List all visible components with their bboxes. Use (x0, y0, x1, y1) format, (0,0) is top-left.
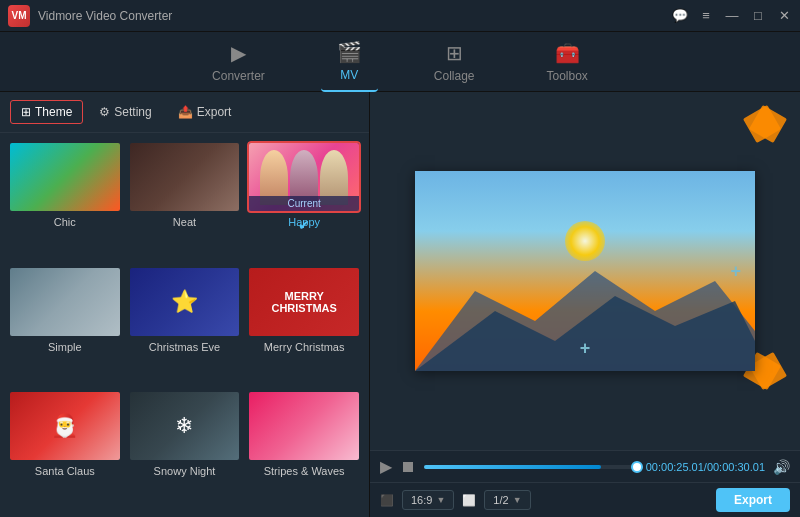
preview-frame: + + (415, 171, 755, 371)
aspect-ratio-icon: ⬛ (380, 494, 394, 507)
app-title: Vidmore Video Converter (38, 9, 172, 23)
tab-toolbox[interactable]: 🧰 Toolbox (531, 33, 604, 91)
subtab-export[interactable]: 📤 Export (168, 101, 242, 123)
subtab-export-label: Export (197, 105, 232, 119)
subtab-setting-label: Setting (114, 105, 151, 119)
theme-merry-christmas-label: Merry Christmas (264, 341, 345, 353)
tab-converter-label: Converter (212, 69, 265, 83)
theme-stripes-waves-label: Stripes & Waves (264, 465, 345, 477)
scale-select[interactable]: 1/2 ▼ (484, 490, 530, 510)
close-button[interactable]: ✕ (776, 8, 792, 23)
minimize-button[interactable]: — (724, 8, 740, 23)
theme-neat-label: Neat (173, 216, 196, 228)
theme-snowy-night-label: Snowy Night (154, 465, 216, 477)
play-button[interactable]: ▶ (380, 457, 392, 476)
title-bar-right: 💬 ≡ — □ ✕ (672, 8, 792, 23)
format-bar: ⬛ 16:9 ▼ ⬜ 1/2 ▼ Export (370, 482, 800, 517)
title-bar: VM Vidmore Video Converter 💬 ≡ — □ ✕ (0, 0, 800, 32)
theme-simple[interactable]: Simple (8, 266, 122, 385)
theme-snowy-night[interactable]: ❄ Snowy Night (128, 390, 242, 509)
right-panel: + + ▶ ⏹ 00:00:25.01/00:00:30.01 🔊 ⬛ 16:9… (370, 92, 800, 517)
nav-tabs: ▶ Converter 🎬 MV ⊞ Collage 🧰 Toolbox (0, 32, 800, 92)
tab-collage[interactable]: ⊞ Collage (418, 33, 491, 91)
collage-icon: ⊞ (446, 41, 463, 65)
progress-bar[interactable] (424, 465, 638, 469)
left-panel: ⊞ Theme ⚙ Setting 📤 Export Chic (0, 92, 370, 517)
progress-handle[interactable] (631, 461, 643, 473)
theme-simple-label: Simple (48, 341, 82, 353)
main-content: ⊞ Theme ⚙ Setting 📤 Export Chic (0, 92, 800, 517)
tab-mv-label: MV (340, 68, 358, 82)
playback-bar: ▶ ⏹ 00:00:25.01/00:00:30.01 🔊 (370, 450, 800, 482)
mv-icon: 🎬 (337, 40, 362, 64)
tab-converter[interactable]: ▶ Converter (196, 33, 281, 91)
subtab-theme[interactable]: ⊞ Theme (10, 100, 83, 124)
aspect-ratio-chevron: ▼ (436, 495, 445, 505)
sun-glow (565, 221, 605, 261)
preview-add-bottom-button[interactable]: + (580, 338, 591, 359)
toolbox-icon: 🧰 (555, 41, 580, 65)
subtab-theme-label: Theme (35, 105, 72, 119)
aspect-ratio-value: 16:9 (411, 494, 432, 506)
theme-grid-icon: ⊞ (21, 105, 31, 119)
setting-icon: ⚙ (99, 105, 110, 119)
theme-santa-claus-label: Santa Claus (35, 465, 95, 477)
theme-merry-christmas[interactable]: MERRY CHRISTMAS Merry Christmas (247, 266, 361, 385)
app-logo: VM (8, 5, 30, 27)
time-display: 00:00:25.01/00:00:30.01 (646, 461, 765, 473)
theme-christmas-eve-label: Christmas Eve (149, 341, 221, 353)
converter-icon: ▶ (231, 41, 246, 65)
sub-tabs: ⊞ Theme ⚙ Setting 📤 Export (0, 92, 369, 133)
subtab-setting[interactable]: ⚙ Setting (89, 101, 161, 123)
theme-christmas-eve[interactable]: ⭐ Christmas Eve (128, 266, 242, 385)
theme-chic-label: Chic (54, 216, 76, 228)
volume-icon[interactable]: 🔊 (773, 459, 790, 475)
tab-mv[interactable]: 🎬 MV (321, 32, 378, 92)
progress-fill (424, 465, 601, 469)
chat-icon[interactable]: 💬 (672, 8, 688, 23)
tab-collage-label: Collage (434, 69, 475, 83)
preview-add-right-button[interactable]: + (730, 261, 741, 282)
export-icon: 📤 (178, 105, 193, 119)
preview-area: + + (370, 92, 800, 450)
menu-icon[interactable]: ≡ (698, 8, 714, 23)
stop-button[interactable]: ⏹ (400, 458, 416, 476)
theme-chic[interactable]: Chic (8, 141, 122, 260)
export-button[interactable]: Export (716, 488, 790, 512)
tab-toolbox-label: Toolbox (547, 69, 588, 83)
scale-value: 1/2 (493, 494, 508, 506)
scale-icon: ⬜ (462, 494, 476, 507)
theme-stripes-waves[interactable]: Stripes & Waves (247, 390, 361, 509)
theme-neat[interactable]: Neat (128, 141, 242, 260)
scale-chevron: ▼ (513, 495, 522, 505)
aspect-ratio-select[interactable]: 16:9 ▼ (402, 490, 454, 510)
theme-grid: Chic Neat Curren (0, 133, 369, 517)
maximize-button[interactable]: □ (750, 8, 766, 23)
title-bar-left: VM Vidmore Video Converter (8, 5, 172, 27)
theme-happy[interactable]: Current Happy ✔ (247, 141, 361, 260)
theme-santa-claus[interactable]: 🎅 Santa Claus (8, 390, 122, 509)
